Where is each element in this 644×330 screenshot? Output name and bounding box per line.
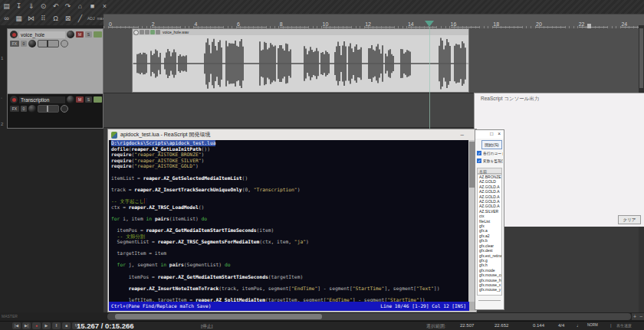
script-watch-window[interactable]: □ × 開始(S) ✓ 各行のコード評価 ✓ 変数を監視(W) 名前 AZ.BR…	[475, 129, 504, 310]
code-line[interactable]: itemPos = reaper.AZ_GetMediaItemStartTim…	[111, 227, 470, 234]
code-line[interactable]: require("reaper_AISTOKE_BRONZE")	[111, 152, 470, 158]
home-icon[interactable]: ⌂	[75, 2, 85, 11]
volume-fader[interactable]	[38, 40, 59, 47]
playrate-label[interactable]: 再生速度	[616, 323, 632, 328]
open-project-icon[interactable]: ↧	[14, 2, 24, 11]
crossfade-icon[interactable]: ×	[100, 2, 110, 11]
code-line[interactable]: targetItem = item	[111, 250, 470, 256]
time-signature[interactable]: 4/4	[558, 323, 564, 328]
undo-icon[interactable]: ↶	[51, 2, 61, 11]
selection-length[interactable]: 0.144	[533, 323, 544, 328]
media-item-voice-hole[interactable]: voice_hole.wav	[132, 28, 469, 93]
watch-variable-row[interactable]: gfx.ext_retina	[478, 253, 501, 258]
go-to-start-button[interactable]: |◀	[12, 322, 21, 329]
transport-time-display[interactable]: 15.267 / 0:15.266	[77, 322, 133, 330]
redo-icon[interactable]: ↷	[63, 2, 73, 11]
item-notes-icon[interactable]	[145, 30, 150, 34]
play-button[interactable]: ▶	[42, 322, 51, 329]
tempo-note-icon[interactable]: ♩	[577, 323, 581, 328]
magnet-snap-icon[interactable]: Ω	[51, 14, 61, 23]
zoom-out-button[interactable]: −	[638, 313, 644, 320]
code-line[interactable]	[111, 291, 470, 297]
io-count-button[interactable]: 0	[21, 106, 27, 112]
lock-icon[interactable]: ⊠	[63, 14, 73, 23]
code-line[interactable]: track = reaper.AZ_InsertTrackSearchUniqu…	[111, 187, 470, 193]
pencil-icon[interactable]: ╱	[75, 14, 85, 23]
io-count-button[interactable]: 0	[21, 41, 27, 47]
go-to-end-button[interactable]: ▶|	[22, 322, 31, 329]
code-line[interactable]: require("reaper_AISTOKE_SILVER")	[111, 158, 470, 164]
console-clear-button[interactable]: クリア	[618, 215, 641, 224]
play-cursor-marker[interactable]	[425, 21, 434, 27]
checkbox-watch-variables[interactable]: ✓ 変数を監視(W)	[477, 158, 503, 164]
code-line[interactable]: SegmentList = reaper.AZ_TRSC_SegmentsFor…	[111, 239, 470, 245]
code-line[interactable]: ctx = reaper.AZ_TRSC_LoadModel()	[111, 204, 470, 211]
code-line[interactable]: -- 文節分割	[111, 234, 470, 240]
watch-variable-row[interactable]: AZ.GOLD.A	[478, 189, 501, 194]
code-line[interactable]: itemPos = reaper.AZ_GetMediaItemStartTim…	[111, 274, 470, 280]
routing-button[interactable]	[61, 40, 68, 47]
code-line[interactable]	[111, 221, 470, 227]
code-line[interactable]: reaper.AZ_InsertNoteItemToTrack(track, i…	[111, 286, 470, 292]
minimize-icon[interactable]: –	[461, 131, 464, 138]
checkbox-checked-icon[interactable]: ✓	[477, 151, 481, 155]
item-loop-icon[interactable]	[133, 30, 139, 35]
code-line[interactable]: -- 文字起こし█	[111, 198, 470, 204]
volume-fader[interactable]	[38, 105, 59, 113]
start-button[interactable]: 開始(S)	[481, 140, 502, 149]
save-project-icon[interactable]: ⇓	[26, 2, 36, 11]
close-icon[interactable]: ×	[498, 132, 501, 137]
pan-knob[interactable]	[67, 31, 74, 38]
code-line[interactable]	[111, 181, 470, 187]
scrollbar-thumb[interactable]	[115, 314, 322, 319]
volume-knob[interactable]	[28, 40, 36, 47]
splitter-handle[interactable]	[478, 300, 501, 303]
timeline-ruler[interactable]: 00:00.00020:02.00040:04.00060:06.00080:0…	[104, 14, 644, 29]
item-properties-icon[interactable]: ■	[87, 2, 97, 11]
code-line[interactable]	[111, 268, 470, 274]
dots-grid-icon[interactable]: ⠿	[38, 14, 48, 23]
reascript-ide-window[interactable]: apidock_test.lua - ReaScript 開発環境 – D:\r…	[107, 129, 477, 312]
code-line[interactable]	[111, 245, 470, 251]
track-name-field[interactable]: voice_hole	[19, 31, 65, 38]
watch-variable-row[interactable]: gfx.mouse_y	[478, 287, 501, 292]
new-project-icon[interactable]: ▤	[2, 2, 12, 11]
code-line[interactable]	[111, 256, 470, 263]
pan-knob[interactable]	[67, 96, 74, 103]
volume-knob[interactable]	[28, 105, 36, 113]
selection-end[interactable]: 22.652	[495, 323, 508, 328]
pause-button[interactable]: ‖	[52, 322, 61, 329]
ide-title-bar[interactable]: apidock_test.lua - ReaScript 開発環境 –	[108, 129, 476, 140]
fx-button[interactable]: FX	[10, 41, 19, 47]
watch-variable-list[interactable]: AZ.BRONZEAZ.GOLDAZ.GOLD.AAZ.GOLD.AAZ.GOL…	[477, 174, 502, 296]
zoom-in-button[interactable]: +	[632, 313, 638, 320]
watch-variable-row[interactable]: gfx.mouse_hwheel	[478, 278, 501, 283]
checkbox-eval-per-line[interactable]: ✓ 各行のコード評価	[477, 150, 503, 156]
solo-button[interactable]: S	[85, 96, 92, 103]
fx-button[interactable]: FX	[10, 106, 19, 112]
code-line[interactable]: dofile(reaper.AZ_GetLuaInitPath())	[111, 146, 470, 152]
item-fx-icon[interactable]	[156, 30, 160, 34]
record-arm-button[interactable]	[10, 96, 18, 103]
adj-button[interactable]: ADJ	[87, 14, 94, 23]
norm-indicator[interactable]: NORM	[587, 323, 598, 327]
code-line[interactable]: itemList = reaper.AZ_GetSelectedMediaIte…	[111, 175, 470, 181]
grid-icon[interactable]: ▦	[14, 14, 24, 23]
watch-variable-row[interactable]: gfx.mouse_cap	[478, 273, 501, 277]
link-icon[interactable]: ∞	[2, 14, 12, 23]
routing-button[interactable]	[61, 105, 68, 113]
scrollbar-thumb[interactable]	[639, 28, 643, 88]
selection-start[interactable]: 22.507	[460, 323, 474, 328]
code-line[interactable]	[111, 210, 470, 216]
env-button[interactable]	[94, 31, 102, 38]
maximize-icon[interactable]: □	[490, 132, 493, 137]
record-arm-button[interactable]	[10, 31, 18, 38]
mute-button[interactable]: M	[76, 96, 84, 103]
track-name-field[interactable]: Transcription	[19, 96, 65, 103]
routing-icon[interactable]: ⋈	[26, 14, 36, 23]
watch-variable-row[interactable]: AZ.GOLD.A	[478, 204, 501, 208]
item-lock-icon[interactable]	[140, 30, 144, 34]
code-line[interactable]	[111, 279, 470, 286]
code-line[interactable]: for i, item in pairs(itemList) do	[111, 216, 470, 222]
code-line[interactable]: for j, segment in pairs(SegmentList) do	[111, 262, 470, 268]
